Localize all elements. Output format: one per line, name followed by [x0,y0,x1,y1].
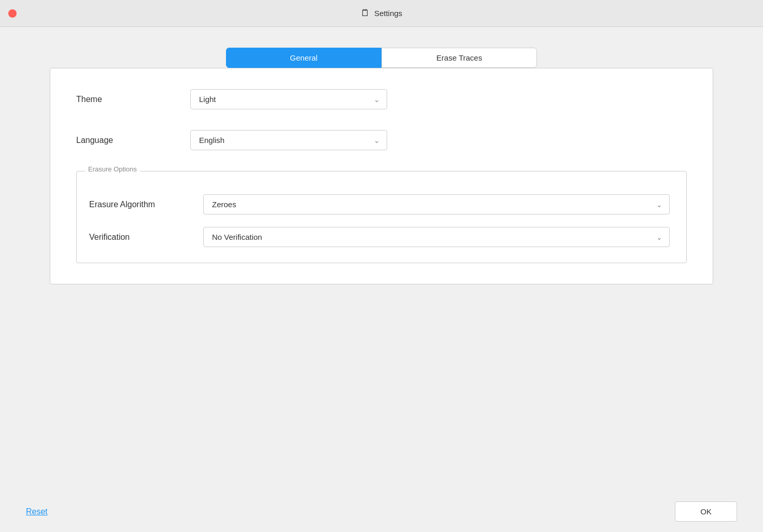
verification-select[interactable]: No Verification Last Pass All Passes [203,227,670,247]
verification-label: Verification [89,233,203,242]
erasure-algorithm-select-container: Zeroes Ones Random DoD 5220.22-M Gutmann… [203,194,670,214]
main-content: General Erase Traces Theme Light Dark Sy… [0,27,763,532]
erasure-algorithm-select[interactable]: Zeroes Ones Random DoD 5220.22-M Gutmann [203,194,670,214]
erasure-options-legend: Erasure Options [85,165,140,173]
tab-erase-traces[interactable]: Erase Traces [381,48,537,68]
theme-label: Theme [76,95,190,104]
theme-select-container: Light Dark System ⌄ [190,89,387,109]
language-label: Language [76,136,190,145]
erasure-algorithm-label: Erasure Algorithm [89,200,203,209]
language-select[interactable]: English French Spanish German [190,130,387,150]
reset-button[interactable]: Reset [26,507,48,516]
ok-button[interactable]: OK [675,501,737,522]
title-bar: 🗒 Settings [0,0,763,27]
settings-panel: Theme Light Dark System ⌄ Language Engl [50,68,713,284]
window-title: 🗒 Settings [361,8,402,19]
language-select-wrapper: English French Spanish German ⌄ [190,130,387,150]
erasure-algorithm-row: Erasure Algorithm Zeroes Ones Random DoD… [89,194,674,214]
verification-row: Verification No Verification Last Pass A… [89,227,674,247]
theme-select[interactable]: Light Dark System [190,89,387,109]
language-select-container: English French Spanish German ⌄ [190,130,387,150]
theme-select-wrapper: Light Dark System ⌄ [190,89,387,109]
window-title-text: Settings [374,9,402,18]
verification-select-container: No Verification Last Pass All Passes ⌄ [203,227,670,247]
tab-general[interactable]: General [226,48,381,68]
language-row: Language English French Spanish German ⌄ [76,130,687,150]
tabs-container: General Erase Traces [226,48,537,68]
verification-select-wrapper: No Verification Last Pass All Passes ⌄ [203,227,670,247]
erasure-algorithm-select-wrapper: Zeroes Ones Random DoD 5220.22-M Gutmann… [203,194,670,214]
settings-icon: 🗒 [361,8,370,19]
bottom-bar: Reset OK [0,491,763,532]
close-button[interactable] [8,9,17,18]
erasure-options-group: Erasure Options Erasure Algorithm Zeroes… [76,171,687,263]
theme-row: Theme Light Dark System ⌄ [76,89,687,109]
